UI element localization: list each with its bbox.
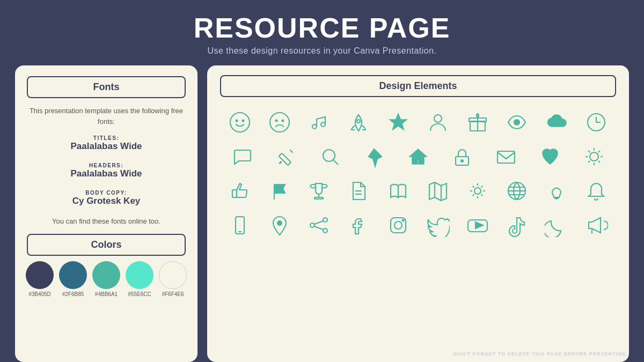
color-swatches: #3B405D #2F6B85 #4BB6A1 #55E6CC #F6F4E6	[27, 261, 186, 297]
swatch-label-1: #3B405D	[28, 291, 51, 297]
location-pin-icon	[263, 210, 296, 241]
share-icon	[302, 210, 335, 241]
swatch-circle-5	[159, 261, 187, 289]
instagram-icon	[382, 210, 415, 241]
svg-point-6	[312, 124, 317, 129]
font-name-headers: Paalalabas Wide	[27, 168, 186, 179]
tiktok-icon	[500, 210, 533, 241]
font-entry-titles: TITLES: Paalalabas Wide	[27, 135, 186, 152]
page-header: RESOURCE PAGE Use these design resources…	[0, 0, 644, 60]
svg-line-20	[334, 160, 339, 165]
svg-point-2	[242, 120, 244, 122]
svg-line-54	[314, 226, 323, 230]
svg-line-30	[598, 161, 600, 162]
svg-point-22	[461, 160, 463, 162]
left-panel: Fonts This presentation template uses th…	[15, 65, 197, 362]
svg-rect-36	[314, 197, 323, 199]
swatch-circle-1	[26, 261, 54, 289]
svg-marker-59	[475, 222, 483, 228]
search-magnifier-icon	[313, 141, 347, 172]
clock-icon	[580, 107, 613, 138]
icons-row-1	[220, 107, 616, 138]
youtube-icon	[461, 210, 494, 241]
icons-grid	[220, 107, 616, 354]
rocket-icon	[342, 107, 375, 138]
thumbs-up-icon	[223, 175, 257, 206]
moon-icon	[540, 210, 573, 241]
fonts-find-note: You can find these fonts online too.	[27, 217, 186, 225]
colors-heading: Colors	[27, 234, 186, 256]
svg-point-3	[270, 113, 289, 132]
document-icon	[342, 175, 375, 206]
svg-point-24	[590, 152, 598, 161]
swatch-5: #F6F4E6	[159, 261, 187, 297]
font-label-body: BODY COPY:	[27, 190, 186, 196]
svg-point-7	[321, 122, 325, 127]
svg-point-1	[236, 120, 237, 122]
smiley-icon	[223, 107, 257, 138]
svg-point-4	[275, 120, 277, 122]
svg-point-52	[310, 223, 314, 227]
svg-line-29	[588, 151, 590, 152]
font-label-headers: HEADERS:	[27, 162, 186, 168]
svg-point-0	[230, 113, 250, 132]
user-icon	[421, 107, 455, 138]
svg-line-53	[314, 221, 323, 224]
lightbulb-icon	[540, 175, 573, 206]
swatch-circle-2	[59, 261, 87, 289]
mail-icon	[489, 141, 523, 172]
swatch-label-4: #55E6CC	[128, 291, 151, 297]
swatch-2: #2F6B85	[59, 261, 87, 297]
font-entry-body: BODY COPY: Cy Grotesk Key	[27, 190, 186, 206]
swatch-circle-3	[92, 261, 120, 289]
music-note-icon	[302, 107, 335, 138]
swatch-label-5: #F6F4E6	[162, 291, 184, 297]
main-content: Fonts This presentation template uses th…	[0, 65, 644, 362]
font-entry-headers: HEADERS: Paalalabas Wide	[27, 162, 186, 179]
svg-point-19	[323, 150, 335, 161]
svg-point-14	[514, 120, 519, 125]
eye-icon	[500, 107, 533, 138]
swatch-circle-4	[126, 261, 153, 289]
flag-icon	[263, 175, 296, 206]
heart-icon	[533, 141, 567, 172]
svg-line-32	[588, 161, 590, 162]
sad-face-icon	[263, 107, 296, 138]
svg-marker-9	[390, 114, 407, 130]
font-name-titles: Paalalabas Wide	[27, 141, 186, 152]
svg-line-31	[598, 151, 600, 152]
sun-icon	[577, 141, 611, 172]
gear-icon	[461, 175, 494, 206]
svg-rect-33	[232, 190, 237, 197]
right-panel: Design Elements	[207, 65, 629, 362]
swatch-3: #4BB6A1	[92, 261, 120, 297]
star-icon	[382, 107, 415, 138]
globe-icon	[500, 175, 533, 206]
swatch-label-2: #2F6B85	[62, 291, 84, 297]
facebook-icon	[342, 210, 375, 241]
swatch-4: #55E6CC	[126, 261, 153, 297]
svg-point-57	[402, 220, 404, 221]
svg-marker-39	[429, 182, 447, 201]
gift-icon	[461, 107, 494, 138]
megaphone-icon	[580, 210, 613, 241]
icons-row-2	[220, 141, 616, 172]
svg-point-8	[357, 120, 360, 123]
svg-point-5	[282, 120, 283, 122]
svg-point-49	[277, 221, 282, 225]
swatch-1: #3B405D	[26, 261, 54, 297]
page-title: RESOURCE PAGE	[0, 12, 644, 44]
design-elements-heading: Design Elements	[220, 75, 616, 97]
home-icon	[401, 141, 435, 172]
footer-note: DON'T FORGET TO DELETE THIS PAGE BEFORE …	[453, 351, 628, 357]
page-subtitle: Use these design resources in your Canva…	[0, 46, 644, 56]
svg-point-51	[323, 228, 327, 233]
map-icon	[421, 175, 455, 206]
swatch-label-3: #4BB6A1	[95, 291, 118, 297]
svg-rect-23	[497, 151, 515, 163]
pencil-icon	[269, 141, 303, 172]
bell-icon	[580, 175, 613, 206]
twitter-icon	[421, 210, 455, 241]
icons-row-3	[220, 175, 616, 206]
cloud-icon	[540, 107, 573, 138]
